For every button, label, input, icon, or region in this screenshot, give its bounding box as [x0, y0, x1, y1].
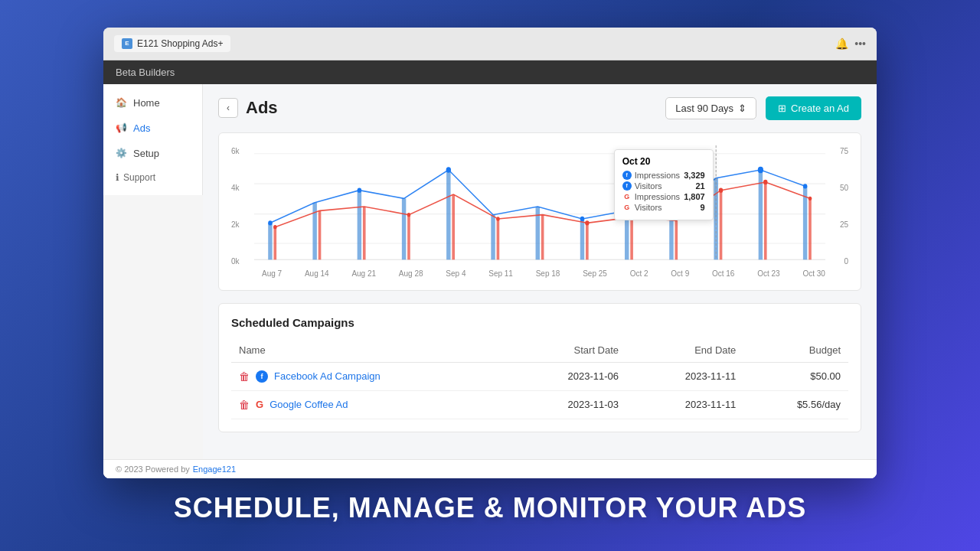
svg-rect-18 — [273, 227, 276, 259]
tagline: Schedule, Manage & Monitor Your Ads — [174, 492, 806, 524]
svg-rect-9 — [446, 170, 450, 259]
svg-point-31 — [268, 220, 272, 225]
sidebar-home-label: Home — [133, 97, 160, 109]
notification-icon[interactable]: 🔔 — [835, 37, 848, 50]
tooltip-row-g-visitors: G Visitors 9 — [622, 203, 705, 212]
tooltip-row-fb-impressions: f Impressions 3,329 — [622, 171, 705, 180]
create-ad-button[interactable]: ⊞ Create an Ad — [766, 96, 861, 120]
ads-icon: 📢 — [116, 122, 127, 133]
g-platform-icon-2: G — [256, 399, 263, 410]
sidebar-item-setup[interactable]: ⚙️ Setup — [103, 141, 202, 166]
chart-y-axis-right: 75 50 25 0 — [840, 145, 848, 268]
sidebar-ads-label: Ads — [133, 122, 150, 134]
sidebar-wrapper: 🏠 Home 📢 Ads ⚙️ Setup ℹ Support — [103, 84, 203, 459]
table-row: 🗑 G Google Coffee Ad 2023-11-03 2023-11-… — [231, 390, 848, 419]
tooltip-g-imp-label: Impressions — [635, 192, 681, 201]
sidebar-item-ads[interactable]: 📢 Ads — [103, 116, 202, 141]
svg-point-33 — [446, 167, 451, 172]
sidebar-setup-label: Setup — [133, 148, 159, 159]
back-icon: ‹ — [227, 103, 230, 113]
google-icon-2: G — [622, 203, 632, 212]
beta-builders-label: Beta Builders — [116, 67, 175, 78]
tooltip-fb-vis-value: 21 — [695, 181, 704, 191]
svg-point-39 — [407, 213, 411, 217]
app-body: 🏠 Home 📢 Ads ⚙️ Setup ℹ Support — [103, 84, 877, 459]
table-row: 🗑 f Facebook Ad Campaign 2023-11-06 2023… — [231, 362, 848, 390]
tab-title: E121 Shopping Ads+ — [137, 38, 223, 49]
chart-area: 6k 4k 2k 0k 75 50 25 0 — [231, 145, 848, 268]
tooltip-date: Oct 20 — [622, 156, 705, 167]
fb-icon: f — [622, 171, 632, 180]
delete-campaign-2-icon[interactable]: 🗑 — [239, 399, 250, 411]
svg-point-44 — [808, 196, 812, 200]
campaign-1-name-cell: 🗑 f Facebook Ad Campaign — [231, 362, 509, 390]
svg-rect-24 — [541, 214, 544, 259]
browser-actions: 🔔 ••• — [835, 37, 866, 50]
footer-link[interactable]: Engage121 — [193, 465, 236, 474]
date-filter-label: Last 90 Days — [675, 103, 733, 114]
svg-point-43 — [763, 179, 767, 184]
home-icon: 🏠 — [116, 97, 127, 108]
footer-text: © 2023 Powered by — [116, 465, 190, 474]
page-title: Ads — [246, 98, 278, 118]
svg-rect-25 — [586, 223, 589, 259]
browser-tab[interactable]: E E121 Shopping Ads+ — [114, 35, 230, 52]
footer-bar: © 2023 Powered by Engage121 — [103, 459, 877, 478]
tooltip-g-imp-value: 1,807 — [684, 192, 705, 201]
col-name: Name — [231, 338, 509, 363]
campaigns-card: Scheduled Campaigns Name Start Date End … — [218, 303, 861, 432]
tooltip-fb-vis-label: Visitors — [635, 181, 693, 191]
svg-rect-26 — [630, 217, 633, 259]
svg-point-41 — [585, 220, 589, 225]
sidebar-support[interactable]: ℹ Support — [103, 166, 202, 189]
tooltip-row-fb-visitors: f Visitors 21 — [622, 181, 705, 191]
svg-point-38 — [273, 225, 277, 229]
support-label: Support — [123, 172, 155, 183]
sidebar-item-home[interactable]: 🏠 Home — [103, 90, 202, 116]
tooltip-row-g-impressions: G Impressions 1,807 — [622, 192, 705, 201]
campaigns-table: Name Start Date End Date Budget 🗑 — [231, 338, 848, 419]
col-budget: Budget — [743, 338, 848, 363]
date-filter[interactable]: Last 90 Days ⇕ — [665, 97, 756, 119]
tooltip-g-vis-label: Visitors — [635, 203, 697, 212]
tooltip-g-vis-value: 9 — [701, 203, 705, 212]
svg-rect-20 — [363, 207, 366, 259]
create-ad-plus-icon: ⊞ — [778, 103, 786, 114]
svg-point-42 — [719, 187, 723, 192]
campaign-1-budget: $50.00 — [743, 362, 848, 390]
app-wrapper: Beta Builders 🏠 Home 📢 Ads ⚙️ S — [103, 60, 877, 478]
col-start-date: Start Date — [509, 338, 626, 363]
campaign-2-link[interactable]: Google Coffee Ad — [270, 399, 348, 410]
main-content: ‹ Ads Last 90 Days ⇕ ⊞ Create an Ad — [203, 84, 877, 459]
svg-rect-27 — [675, 220, 678, 259]
sidebar: 🏠 Home 📢 Ads ⚙️ Setup ℹ Support — [103, 84, 203, 195]
date-filter-icon: ⇕ — [738, 103, 746, 114]
campaign-2-end: 2023-11-11 — [626, 390, 743, 419]
svg-point-37 — [803, 184, 807, 188]
svg-rect-10 — [491, 214, 495, 259]
delete-campaign-1-icon[interactable]: 🗑 — [239, 370, 250, 383]
more-icon[interactable]: ••• — [854, 37, 866, 50]
campaigns-title: Scheduled Campaigns — [231, 316, 848, 329]
svg-rect-29 — [764, 182, 767, 259]
fb-platform-icon-1: f — [256, 370, 268, 383]
browser-window: E E121 Shopping Ads+ 🔔 ••• Beta Builders… — [103, 28, 877, 478]
create-ad-label: Create an Ad — [791, 103, 849, 114]
svg-point-32 — [358, 187, 361, 192]
svg-rect-28 — [720, 190, 723, 259]
campaign-2-name-cell: 🗑 G Google Coffee Ad — [231, 390, 509, 419]
chart-card: 6k 4k 2k 0k 75 50 25 0 — [218, 132, 861, 291]
svg-rect-22 — [452, 194, 455, 259]
svg-rect-19 — [318, 210, 322, 259]
campaign-1-link[interactable]: Facebook Ad Campaign — [274, 370, 381, 382]
top-bar: Beta Builders — [103, 60, 877, 84]
svg-rect-8 — [402, 198, 406, 259]
page-header: ‹ Ads Last 90 Days ⇕ ⊞ Create an Ad — [218, 96, 861, 120]
chart-y-axis-left: 6k 4k 2k 0k — [231, 145, 240, 268]
svg-rect-23 — [497, 219, 500, 259]
page-title-area: ‹ Ads — [218, 98, 278, 118]
campaign-2-budget: $5.56/day — [743, 390, 848, 419]
browser-bar: E E121 Shopping Ads+ 🔔 ••• — [103, 28, 877, 60]
back-button[interactable]: ‹ — [218, 98, 238, 118]
chart-tooltip: Oct 20 f Impressions 3,329 f Visitors 21 — [614, 149, 714, 220]
